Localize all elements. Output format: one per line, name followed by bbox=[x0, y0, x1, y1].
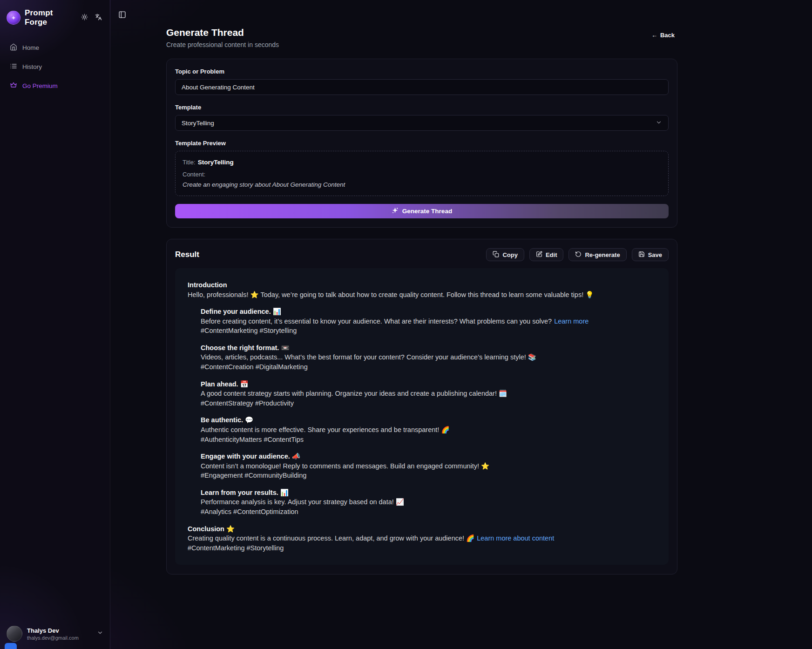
main-area: Generate Thread Create professional cont… bbox=[110, 0, 812, 649]
section-title: Learn from your results. 📊 bbox=[201, 488, 656, 498]
sidebar-nav: Home History Go Premium bbox=[0, 34, 110, 99]
preview-title-label: Title: bbox=[183, 159, 196, 166]
result-card: Result Copy Edit bbox=[166, 239, 677, 575]
template-select[interactable]: StoryTelling bbox=[175, 115, 669, 131]
generate-thread-button[interactable]: Generate Thread bbox=[175, 204, 669, 218]
sidebar-item-home[interactable]: Home bbox=[5, 39, 105, 56]
chevron-down-icon bbox=[656, 119, 662, 127]
section-hashtags: #ContentMarketing #Storytelling bbox=[201, 326, 656, 336]
page-header: Generate Thread Create professional cont… bbox=[166, 27, 677, 48]
thread-conclusion: Conclusion ⭐ Creating quality content is… bbox=[188, 524, 656, 553]
sidebar-item-history[interactable]: History bbox=[5, 58, 105, 75]
theme-toggle-button[interactable] bbox=[80, 12, 89, 23]
generated-thread-text: Introduction Hello, professionals! ⭐ Tod… bbox=[175, 268, 669, 565]
language-toggle-button[interactable] bbox=[94, 12, 103, 23]
generate-thread-button-label: Generate Thread bbox=[402, 208, 452, 215]
sidebar-header: ✦ Prompt Forge bbox=[0, 0, 110, 34]
result-title: Result bbox=[175, 250, 199, 259]
sparkles-icon bbox=[392, 207, 399, 216]
sidebar-item-label: Go Premium bbox=[22, 82, 58, 89]
back-button[interactable]: ← Back bbox=[649, 31, 677, 39]
section-text: Authentic content is more effective. Sha… bbox=[201, 425, 656, 435]
sidebar-item-label: Home bbox=[22, 44, 39, 51]
preview-title-value: StoryTelling bbox=[198, 159, 234, 166]
translate-icon bbox=[95, 14, 102, 22]
learn-more-about-content-link[interactable]: Learn more about content bbox=[477, 534, 554, 542]
copy-button-label: Copy bbox=[502, 251, 518, 258]
edit-button-label: Edit bbox=[546, 251, 557, 258]
section-hashtags: #Engagement #CommunityBuilding bbox=[201, 471, 656, 480]
save-button[interactable]: Save bbox=[632, 248, 669, 261]
edit-button[interactable]: Edit bbox=[529, 248, 564, 261]
section-title: Define your audience. 📊 bbox=[201, 307, 656, 317]
section-text: Performance analysis is key. Adjust your… bbox=[201, 497, 656, 507]
back-button-label: Back bbox=[660, 32, 675, 39]
back-arrow-icon: ← bbox=[651, 32, 657, 39]
copy-button[interactable]: Copy bbox=[486, 248, 524, 261]
sidebar-item-label: History bbox=[22, 63, 42, 70]
section-hashtags: #ContentCreation #DigitalMarketing bbox=[201, 362, 656, 372]
crown-icon bbox=[10, 81, 17, 90]
sidebar-item-go-premium[interactable]: Go Premium bbox=[5, 77, 105, 95]
conclusion-title: Conclusion ⭐ bbox=[188, 524, 656, 534]
template-label: Template bbox=[175, 104, 669, 111]
thread-section: Choose the right format. 📼 Videos, artic… bbox=[201, 343, 656, 372]
introduction-title: Introduction bbox=[188, 280, 656, 290]
template-preview-label: Template Preview bbox=[175, 140, 669, 147]
user-name: Thalys Dev bbox=[27, 627, 92, 634]
regenerate-button[interactable]: Re-generate bbox=[568, 248, 626, 261]
edit-pencil-icon bbox=[536, 251, 542, 259]
conclusion-text: Creating quality content is a continuous… bbox=[188, 534, 474, 542]
rotate-ccw-icon bbox=[575, 251, 582, 259]
chevron-down-icon bbox=[97, 629, 103, 638]
section-text: Content isn’t a monologue! Reply to comm… bbox=[201, 461, 656, 471]
learn-more-link[interactable]: Learn more bbox=[554, 318, 589, 325]
introduction-text: Hello, professionals! ⭐ Today, we’re goi… bbox=[188, 290, 656, 300]
thread-section: Be authentic. 💬 Authentic content is mor… bbox=[201, 415, 656, 444]
sidebar: ✦ Prompt Forge Home History bbox=[0, 0, 110, 649]
section-text: Videos, articles, podcasts... What’s the… bbox=[201, 352, 656, 362]
section-hashtags: #AuthenticityMatters #ContentTips bbox=[201, 435, 656, 445]
regenerate-button-label: Re-generate bbox=[585, 251, 620, 258]
thread-introduction: Introduction Hello, professionals! ⭐ Tod… bbox=[188, 280, 656, 299]
section-title: Engage with your audience. 📣 bbox=[201, 452, 656, 461]
topic-label: Topic or Problem bbox=[175, 68, 669, 75]
section-hashtags: #Analytics #ContentOptimization bbox=[201, 507, 656, 517]
copy-icon bbox=[493, 251, 499, 259]
section-text: A good content strategy starts with plan… bbox=[201, 389, 656, 399]
thread-section: Plan ahead. 📅 A good content strategy st… bbox=[201, 379, 656, 408]
section-hashtags: #ContentStrategy #Productivity bbox=[201, 399, 656, 408]
template-preview-box: Title:StoryTelling Content: Create an en… bbox=[175, 151, 669, 196]
sidebar-toggle-button[interactable] bbox=[117, 9, 128, 21]
panel-left-icon bbox=[118, 11, 126, 20]
template-select-value: StoryTelling bbox=[182, 120, 214, 127]
sun-icon bbox=[81, 14, 88, 22]
app-title: Prompt Forge bbox=[25, 8, 75, 27]
thread-section: Engage with your audience. 📣 Content isn… bbox=[201, 452, 656, 480]
generate-form-card: Topic or Problem Template StoryTelling T… bbox=[166, 59, 677, 228]
result-header: Result Copy Edit bbox=[175, 248, 669, 261]
page-content: Generate Thread Create professional cont… bbox=[166, 27, 677, 575]
save-button-label: Save bbox=[648, 251, 662, 258]
section-title: Plan ahead. 📅 bbox=[201, 379, 656, 389]
user-meta: Thalys Dev thalys.dev@gmail.com bbox=[27, 627, 92, 641]
save-icon bbox=[638, 251, 645, 259]
topic-input[interactable] bbox=[175, 79, 669, 95]
dev-indicator-badge[interactable] bbox=[5, 643, 17, 649]
thread-section: Define your audience. 📊 Before creating … bbox=[201, 307, 656, 336]
preview-content-text: Create an engaging story about About Gen… bbox=[183, 181, 661, 188]
home-icon bbox=[10, 43, 17, 52]
section-text: Before creating content, it’s essential … bbox=[201, 318, 552, 325]
page-subtitle: Create professional content in seconds bbox=[166, 41, 279, 48]
preview-content-label: Content: bbox=[183, 171, 661, 178]
page-title: Generate Thread bbox=[166, 27, 279, 38]
section-title: Choose the right format. 📼 bbox=[201, 343, 656, 353]
app-logo: ✦ bbox=[7, 11, 20, 25]
section-title: Be authentic. 💬 bbox=[201, 415, 656, 425]
user-avatar bbox=[7, 626, 22, 642]
history-list-icon bbox=[10, 62, 17, 71]
thread-section: Learn from your results. 📊 Performance a… bbox=[201, 488, 656, 517]
result-actions: Copy Edit Re-generate bbox=[486, 248, 669, 261]
user-email: thalys.dev@gmail.com bbox=[27, 635, 92, 641]
conclusion-hashtags: #ContentMarketing #Storytelling bbox=[188, 543, 656, 553]
